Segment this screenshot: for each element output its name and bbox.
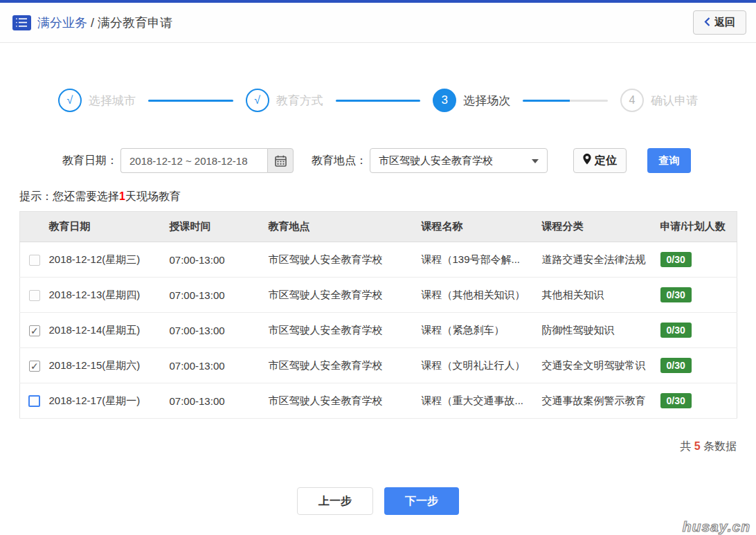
watermark: husay.cn xyxy=(683,518,750,535)
back-button-label: 返回 xyxy=(714,16,735,29)
cell-location: 市区驾驶人安全教育学校 xyxy=(269,348,422,383)
stepper-connector xyxy=(148,100,233,102)
cell-date: 2018-12-15(星期六) xyxy=(49,348,170,383)
stepper-connector xyxy=(523,100,608,102)
row-checkbox[interactable] xyxy=(28,395,40,407)
step-education-mode: √ 教育方式 xyxy=(246,89,323,112)
cell-course: 课程（139号部令解... xyxy=(422,242,542,278)
step-2-circle: √ xyxy=(246,89,269,112)
cell-course: 课程（重大交通事故... xyxy=(422,383,542,419)
row-checkbox[interactable]: ✓ xyxy=(29,325,40,336)
step-3-label: 选择场次 xyxy=(463,93,510,109)
total-count-text: 共 5 条数据 xyxy=(0,439,737,454)
calendar-icon[interactable] xyxy=(267,148,294,173)
cell-time: 07:00-13:00 xyxy=(170,348,269,383)
count-badge: 0/30 xyxy=(660,393,692,408)
table-row: ✓ 2018-12-14(星期五) 07:00-13:00 市区驾驶人安全教育学… xyxy=(20,313,737,348)
cell-category: 其他相关知识 xyxy=(542,278,660,313)
location-select[interactable]: 市区驾驶人安全教育学校 xyxy=(370,148,548,173)
page-header: 满分业务 / 满分教育申请 返回 xyxy=(0,3,756,43)
cell-time: 07:00-13:00 xyxy=(170,313,269,348)
cell-location: 市区驾驶人安全教育学校 xyxy=(269,242,422,278)
col-course-category: 课程分类 xyxy=(542,212,660,242)
table-row: ✓ 2018-12-15(星期六) 07:00-13:00 市区驾驶人安全教育学… xyxy=(20,348,737,383)
step-select-city: √ 选择城市 xyxy=(58,89,136,112)
col-education-date: 教育日期 xyxy=(49,212,170,242)
locate-button-label: 定位 xyxy=(595,154,617,168)
sessions-table: 教育日期 授课时间 教育地点 课程名称 课程分类 申请/计划人数 2018-12… xyxy=(19,211,737,419)
search-button[interactable]: 查询 xyxy=(647,148,691,173)
cell-time: 07:00-13:00 xyxy=(170,242,269,278)
chevron-left-icon xyxy=(704,17,710,28)
cell-category: 交通事故案例警示教育 xyxy=(542,383,660,419)
cell-time: 07:00-13:00 xyxy=(170,278,269,313)
table-row: 2018-12-13(星期四) 07:00-13:00 市区驾驶人安全教育学校 … xyxy=(20,278,737,313)
table-header-row: 教育日期 授课时间 教育地点 课程名称 课程分类 申请/计划人数 xyxy=(20,212,737,242)
step-select-session: 3 选择场次 xyxy=(433,89,510,112)
table-row: 2018-12-17(星期一) 07:00-13:00 市区驾驶人安全教育学校 … xyxy=(20,383,737,419)
cell-location: 市区驾驶人安全教育学校 xyxy=(269,278,422,313)
cell-course: 课程（文明礼让行人） xyxy=(422,348,542,383)
total-prefix: 共 xyxy=(680,440,694,452)
education-location-label: 教育地点： xyxy=(312,154,367,168)
map-pin-icon xyxy=(583,154,591,167)
col-class-time: 授课时间 xyxy=(170,212,269,242)
locate-button[interactable]: 定位 xyxy=(573,148,627,173)
cell-category: 道路交通安全法律法规 xyxy=(542,242,660,278)
breadcrumb-page: / 满分教育申请 xyxy=(87,16,172,30)
chevron-down-icon xyxy=(532,159,539,163)
hint-prefix: 提示：您还需要选择 xyxy=(19,190,119,202)
cell-date: 2018-12-12(星期三) xyxy=(49,242,170,278)
header-checkbox-col xyxy=(20,212,49,242)
row-checkbox[interactable]: ✓ xyxy=(29,361,40,372)
step-3-circle: 3 xyxy=(433,89,456,112)
back-button[interactable]: 返回 xyxy=(693,10,746,35)
step-1-label: 选择城市 xyxy=(89,93,136,109)
table-row: 2018-12-12(星期三) 07:00-13:00 市区驾驶人安全教育学校 … xyxy=(20,242,737,278)
next-step-button[interactable]: 下一步 xyxy=(384,487,459,515)
wizard-actions: 上一步 下一步 xyxy=(0,487,756,515)
breadcrumb: 满分业务 / 满分教育申请 xyxy=(37,15,172,31)
hint-highlight: 1 xyxy=(119,190,125,202)
col-location: 教育地点 xyxy=(269,212,422,242)
cell-location: 市区驾驶人安全教育学校 xyxy=(269,383,422,419)
progress-stepper: √ 选择城市 √ 教育方式 3 选择场次 4 确认申请 xyxy=(0,89,756,112)
cell-time: 07:00-13:00 xyxy=(170,383,269,419)
cell-course: 课程（其他相关知识） xyxy=(422,278,542,313)
hint-suffix: 天现场教育 xyxy=(125,190,181,202)
cell-date: 2018-12-13(星期四) xyxy=(49,278,170,313)
step-confirm-apply: 4 确认申请 xyxy=(620,89,698,112)
count-badge: 0/30 xyxy=(660,358,692,373)
step-4-label: 确认申请 xyxy=(651,93,698,109)
cell-date: 2018-12-14(星期五) xyxy=(49,313,170,348)
hint-text: 提示：您还需要选择1天现场教育 xyxy=(19,190,756,204)
row-checkbox[interactable] xyxy=(29,290,40,301)
location-select-value: 市区驾驶人安全教育学校 xyxy=(379,154,493,167)
step-2-label: 教育方式 xyxy=(276,93,323,109)
breadcrumb-section: 满分业务 xyxy=(37,16,87,30)
cell-date: 2018-12-17(星期一) xyxy=(49,383,170,419)
col-course-name: 课程名称 xyxy=(422,212,542,242)
total-number: 5 xyxy=(694,440,701,452)
step-4-circle: 4 xyxy=(620,89,644,112)
count-badge: 0/30 xyxy=(660,323,692,338)
count-badge: 0/30 xyxy=(660,252,692,267)
filter-bar: 教育日期： 教育地点： 市区驾驶人安全教育学校 定位 查询 xyxy=(0,148,756,173)
education-date-label: 教育日期： xyxy=(62,154,118,168)
cell-location: 市区驾驶人安全教育学校 xyxy=(269,313,422,348)
total-suffix: 条数据 xyxy=(701,440,737,452)
cell-category: 交通安全文明驾驶常识 xyxy=(542,348,660,383)
list-icon xyxy=(12,15,31,30)
education-date-input[interactable] xyxy=(120,148,267,173)
row-checkbox[interactable] xyxy=(29,255,40,266)
stepper-connector xyxy=(336,100,421,102)
col-apply-plan-count: 申请/计划人数 xyxy=(660,212,737,242)
cell-course: 课程（紧急刹车） xyxy=(422,313,542,348)
count-badge: 0/30 xyxy=(660,287,692,302)
previous-step-button[interactable]: 上一步 xyxy=(297,487,373,515)
cell-category: 防御性驾驶知识 xyxy=(542,313,660,348)
step-1-circle: √ xyxy=(58,89,82,112)
